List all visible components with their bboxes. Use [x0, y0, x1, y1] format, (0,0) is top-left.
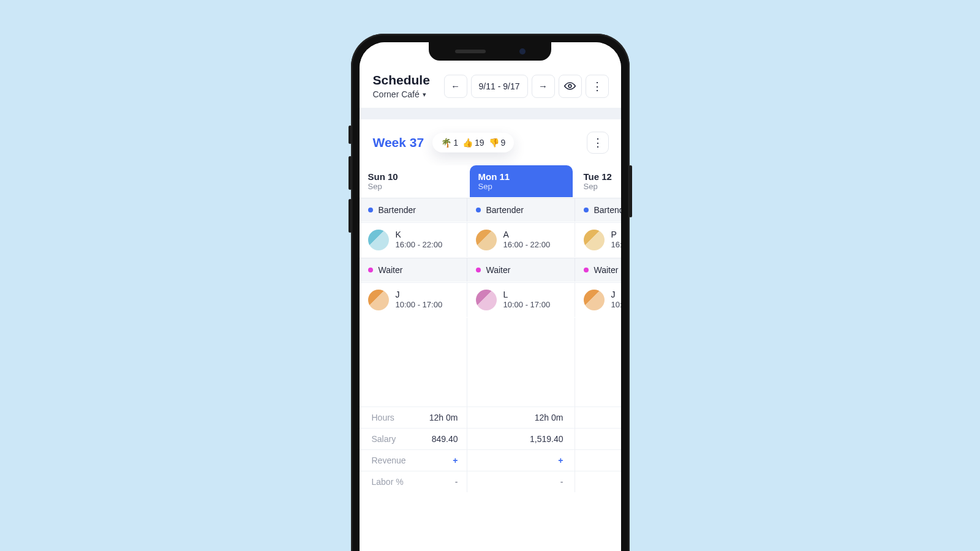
shift-cell[interactable]: K16:00 - 22:00	[360, 222, 467, 257]
shift-time: 10:00 - 17:00	[503, 300, 551, 310]
role-dot-icon	[476, 268, 481, 272]
location-name: Corner Café	[373, 89, 420, 99]
shift-cell[interactable]: J10:0	[575, 282, 621, 317]
role-cell: Bartend	[575, 198, 621, 222]
divider-strip	[360, 108, 621, 119]
shift-time: 16:00 - 22:00	[503, 240, 551, 250]
day-sub: Sep	[584, 182, 621, 191]
svg-point-0	[568, 84, 571, 88]
next-week-button[interactable]: →	[532, 75, 555, 98]
day-main: Sun 10	[368, 171, 459, 182]
arrow-left-icon: ←	[451, 81, 460, 91]
role-cell: Waiter	[360, 258, 467, 282]
summary-value	[575, 449, 621, 471]
date-range-label: 9/11 - 9/17	[479, 81, 520, 91]
role-cell: Bartender	[360, 198, 467, 222]
shift-time: 10:0	[611, 300, 621, 310]
thumbs-up-icon: 👍	[462, 138, 473, 148]
role-dot-icon	[476, 208, 481, 212]
summary-value	[575, 471, 621, 492]
role-label: Bartender	[486, 205, 524, 215]
summary-label: Hours	[360, 407, 418, 428]
phone-frame: Schedule Corner Café ▾ ← 9/11 - 9/17 →	[351, 34, 630, 551]
day-sub: Sep	[478, 182, 564, 191]
title-block: Schedule Corner Café ▾	[373, 73, 430, 99]
summary-value: -	[418, 471, 467, 492]
role-row-bartender: Bartender Bartender Bartend	[360, 197, 621, 222]
eye-icon	[564, 80, 576, 92]
summary-label: Labor %	[360, 471, 418, 492]
screen: Schedule Corner Café ▾ ← 9/11 - 9/17 →	[360, 42, 621, 551]
role-dot-icon	[584, 208, 589, 212]
role-label: Waiter	[486, 265, 511, 275]
avatar	[584, 290, 605, 310]
summary-value: 1,519.40	[467, 428, 575, 449]
page-title: Schedule	[373, 73, 430, 88]
days-header: Sun 10 Sep Mon 11 Sep Tue 12 Sep	[360, 165, 621, 197]
shift-time: 16:00 - 22:00	[396, 240, 443, 250]
declined-count: 9	[501, 138, 506, 148]
add-revenue-button[interactable]: +	[467, 449, 575, 471]
summary-value: 849.40	[418, 428, 467, 449]
add-revenue-button[interactable]: +	[418, 449, 467, 471]
role-row-waiter: Waiter Waiter Waiter	[360, 257, 621, 282]
visibility-button[interactable]	[559, 75, 582, 98]
summary-label: Revenue	[360, 449, 418, 471]
role-dot-icon	[368, 268, 373, 272]
prev-week-button[interactable]: ←	[444, 75, 467, 98]
day-tab-sun[interactable]: Sun 10 Sep	[360, 165, 467, 197]
avatar	[584, 230, 605, 250]
empty-space	[360, 317, 621, 407]
summary-label: Salary	[360, 428, 418, 449]
summary-value: 12h 0m	[418, 407, 467, 428]
role-cell: Bartender	[467, 198, 575, 222]
role-label: Bartender	[379, 205, 416, 215]
palm-icon: 🌴	[441, 138, 451, 148]
role-dot-icon	[368, 208, 373, 212]
summary-value: 12h 0m	[467, 407, 575, 428]
avatar	[368, 230, 389, 250]
summary-value	[575, 407, 621, 428]
day-main: Tue 12	[584, 171, 621, 182]
role-label: Waiter	[379, 265, 403, 275]
summary-value	[575, 428, 621, 449]
header-actions: ← 9/11 - 9/17 →	[444, 75, 609, 98]
employee-initial: P	[611, 230, 621, 240]
avatar	[368, 290, 389, 310]
day-main: Mon 11	[478, 171, 564, 182]
week-more-button[interactable]	[587, 132, 609, 154]
day-sub: Sep	[368, 182, 459, 191]
day-tab-mon[interactable]: Mon 11 Sep	[470, 165, 573, 197]
role-cell: Waiter	[467, 258, 575, 282]
day-tab-tue[interactable]: Tue 12 Sep	[575, 165, 621, 197]
location-selector[interactable]: Corner Café ▾	[373, 89, 430, 99]
vacation-count: 1	[453, 138, 458, 148]
avatar	[476, 230, 497, 250]
avatar	[476, 290, 497, 310]
shift-row-waiter: J10:00 - 17:00 L10:00 - 17:00 J10:0	[360, 282, 621, 317]
shift-cell[interactable]: J10:00 - 17:00	[360, 282, 467, 317]
shift-cell[interactable]: A16:00 - 22:00	[467, 222, 575, 257]
week-row: Week 37 🌴1 👍19 👎9	[360, 119, 621, 165]
week-label: Week 37	[373, 135, 424, 150]
summary-labor-row: Labor % - -	[360, 471, 621, 492]
approved-count: 19	[475, 138, 484, 148]
shift-time: 10:00 - 17:00	[396, 300, 443, 310]
summary-salary-row: Salary 849.40 1,519.40	[360, 428, 621, 449]
employee-initial: L	[503, 290, 551, 300]
chevron-down-icon: ▾	[423, 91, 426, 99]
shift-cell[interactable]: L10:00 - 17:00	[467, 282, 575, 317]
summary-hours-row: Hours 12h 0m 12h 0m	[360, 407, 621, 428]
date-range-button[interactable]: 9/11 - 9/17	[471, 75, 528, 98]
shift-time: 16:0	[611, 240, 621, 250]
header-more-button[interactable]	[586, 75, 609, 98]
shift-cell[interactable]: P16:0	[575, 222, 621, 257]
role-label: Bartend	[594, 205, 621, 215]
role-dot-icon	[584, 268, 589, 272]
employee-initial: J	[396, 290, 443, 300]
week-stats-chip[interactable]: 🌴1 👍19 👎9	[432, 133, 514, 152]
role-label: Waiter	[594, 265, 619, 275]
phone-notch	[429, 42, 551, 61]
employee-initial: J	[611, 290, 621, 300]
role-cell: Waiter	[575, 258, 621, 282]
